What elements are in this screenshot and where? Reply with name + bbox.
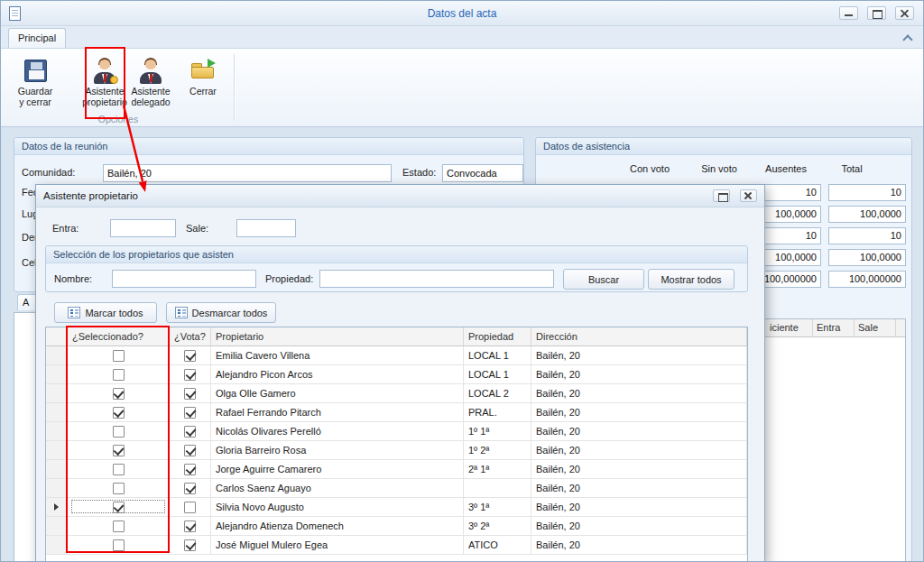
total-field[interactable]: 100,0000 — [828, 206, 906, 223]
seleccionado-checkbox[interactable] — [113, 483, 125, 494]
ribbon-button-label: Guardar — [18, 86, 53, 97]
buscar-button[interactable]: Buscar — [563, 269, 644, 290]
propiedad-input[interactable] — [319, 270, 554, 288]
seleccionado-checkbox[interactable] — [113, 350, 125, 362]
seleccionado-checkbox[interactable] — [113, 407, 125, 419]
total-field[interactable]: 10 — [828, 184, 906, 201]
vota-checkbox[interactable] — [184, 521, 196, 532]
main-window: Datos del acta Principal Guardar y cerra… — [0, 0, 924, 562]
owner-row[interactable]: Carlos Saenz Aguayo Bailén, 20 — [46, 479, 747, 498]
seleccionado-column-header[interactable]: ¿Seleccionado? — [68, 327, 170, 346]
mostrar-todos-button[interactable]: Mostrar todos — [648, 269, 735, 290]
owner-row[interactable]: Emilia Cavero Villena LOCAL 1 Bailén, 20 — [46, 346, 747, 365]
vota-checkbox[interactable] — [184, 483, 196, 494]
ausentes-field[interactable]: 100,000000 — [758, 271, 821, 288]
entra-input[interactable] — [110, 219, 176, 237]
vota-checkbox[interactable] — [184, 464, 196, 475]
seleccionado-checkbox[interactable] — [113, 388, 125, 400]
owner-row[interactable]: Alejandro Picon Arcos LOCAL 1 Bailén, 20 — [46, 365, 747, 384]
estado-field[interactable]: Convocada — [442, 164, 523, 182]
vota-cell[interactable] — [170, 384, 211, 403]
propiedad-column-header[interactable]: Propiedad — [464, 327, 531, 346]
ausentes-field[interactable]: 100,0000 — [758, 206, 821, 223]
total-field[interactable]: 100,0000 — [828, 249, 906, 266]
nombre-input[interactable] — [112, 270, 256, 288]
vota-cell[interactable] — [170, 498, 211, 517]
total-field[interactable]: 100,000000 — [828, 271, 906, 288]
seleccionado-cell[interactable] — [68, 517, 170, 536]
vota-cell[interactable] — [170, 479, 211, 498]
vota-cell[interactable] — [170, 536, 211, 555]
vota-checkbox[interactable] — [184, 369, 196, 381]
vota-checkbox[interactable] — [184, 426, 196, 438]
cerrar-button[interactable]: Cerrar — [180, 52, 226, 115]
seleccionado-cell[interactable] — [68, 403, 170, 422]
seleccionado-cell[interactable] — [68, 422, 170, 441]
seleccionado-checkbox[interactable] — [113, 464, 125, 475]
propietario-column-header[interactable]: Propietario — [211, 327, 464, 346]
dialog-restore-icon[interactable] — [713, 189, 730, 202]
sale-input[interactable] — [236, 219, 296, 237]
vota-column-header[interactable]: ¿Vota? — [170, 327, 211, 346]
owner-row[interactable]: Nicolás Olivares Perelló 1º 1ª Bailén, 2… — [46, 422, 747, 441]
owner-row[interactable]: Jorge Aguirre Camarero 2ª 1ª Bailén, 20 — [46, 460, 747, 479]
vota-checkbox[interactable] — [184, 407, 196, 419]
owner-row[interactable]: Olga Olle Gamero LOCAL 2 Bailén, 20 — [46, 384, 747, 403]
seleccionado-checkbox[interactable] — [113, 539, 125, 551]
vota-cell[interactable] — [170, 441, 211, 460]
ausentes-field[interactable]: 100,0000 — [758, 249, 821, 266]
row-indicator-header — [46, 327, 68, 346]
vota-checkbox[interactable] — [184, 502, 196, 513]
seleccionado-cell[interactable] — [68, 460, 170, 479]
seleccionado-checkbox[interactable] — [113, 426, 125, 438]
seleccionado-cell[interactable] — [68, 479, 170, 498]
owner-row[interactable]: Alejandro Atienza Domenech 3º 2ª Bailén,… — [46, 517, 747, 536]
cell-propietario: Nicolás Olivares Perelló — [211, 422, 464, 441]
marcar-todos-button[interactable]: Marcar todos — [54, 302, 157, 323]
seleccionado-checkbox[interactable] — [113, 445, 125, 456]
row-indicator — [46, 517, 68, 536]
restore-icon[interactable] — [867, 6, 886, 20]
vota-cell[interactable] — [170, 346, 211, 365]
guardar-y-cerrar-button[interactable]: Guardar y cerrar — [10, 52, 60, 115]
minimize-icon[interactable] — [839, 6, 858, 20]
asistente-delegado-button[interactable]: Asistente delegado — [129, 52, 172, 115]
owner-row[interactable]: José Miguel Mulero Egea ATICO Bailén, 20 — [46, 536, 747, 555]
asistente-propietario-button[interactable]: Asistente propietario — [83, 52, 126, 115]
dialog-close-icon[interactable] — [740, 189, 757, 202]
seleccionado-checkbox[interactable] — [113, 521, 125, 532]
window-title: Datos del acta — [1, 7, 923, 20]
seleccionado-cell[interactable] — [68, 365, 170, 384]
seleccionado-cell[interactable] — [68, 384, 170, 403]
row-indicator — [46, 365, 68, 384]
ausentes-field[interactable]: 10 — [758, 227, 821, 244]
vota-cell[interactable] — [170, 460, 211, 479]
vota-checkbox[interactable] — [184, 350, 196, 362]
vota-checkbox[interactable] — [184, 388, 196, 400]
owner-row[interactable]: Gloria Barreiro Rosa 1º 2ª Bailén, 20 — [46, 441, 747, 460]
seleccionado-checkbox[interactable] — [113, 369, 125, 381]
seleccionado-cell[interactable] — [68, 441, 170, 460]
owner-row[interactable]: Silvia Novo Augusto 3º 1ª Bailén, 20 — [46, 498, 747, 517]
close-icon[interactable] — [895, 6, 914, 20]
comunidad-field[interactable]: Bailén, 20 — [103, 164, 392, 182]
ausentes-field[interactable]: 10 — [758, 184, 821, 201]
ribbon: Guardar y cerrar Asistente propietario — [1, 48, 923, 127]
vota-cell[interactable] — [170, 517, 211, 536]
seleccionado-cell[interactable] — [68, 346, 170, 365]
ribbon-collapse-icon[interactable] — [904, 33, 912, 41]
vota-checkbox[interactable] — [184, 539, 196, 551]
seleccionado-cell[interactable] — [68, 536, 170, 555]
dialog-titlebar[interactable]: Asistente propietario — [36, 185, 764, 207]
tab-principal[interactable]: Principal — [8, 28, 66, 48]
total-field[interactable]: 10 — [828, 227, 906, 244]
vota-cell[interactable] — [170, 422, 211, 441]
desmarcar-todos-button[interactable]: Desmarcar todos — [166, 302, 276, 323]
vota-cell[interactable] — [170, 365, 211, 384]
direccion-column-header[interactable]: Dirección — [531, 327, 747, 346]
vota-cell[interactable] — [170, 403, 211, 422]
vota-checkbox[interactable] — [184, 445, 196, 456]
seleccionado-checkbox[interactable] — [113, 502, 125, 513]
owner-row[interactable]: Rafael Ferrando Pitarch PRAL. Bailén, 20 — [46, 403, 747, 422]
seleccionado-cell[interactable] — [68, 498, 170, 517]
